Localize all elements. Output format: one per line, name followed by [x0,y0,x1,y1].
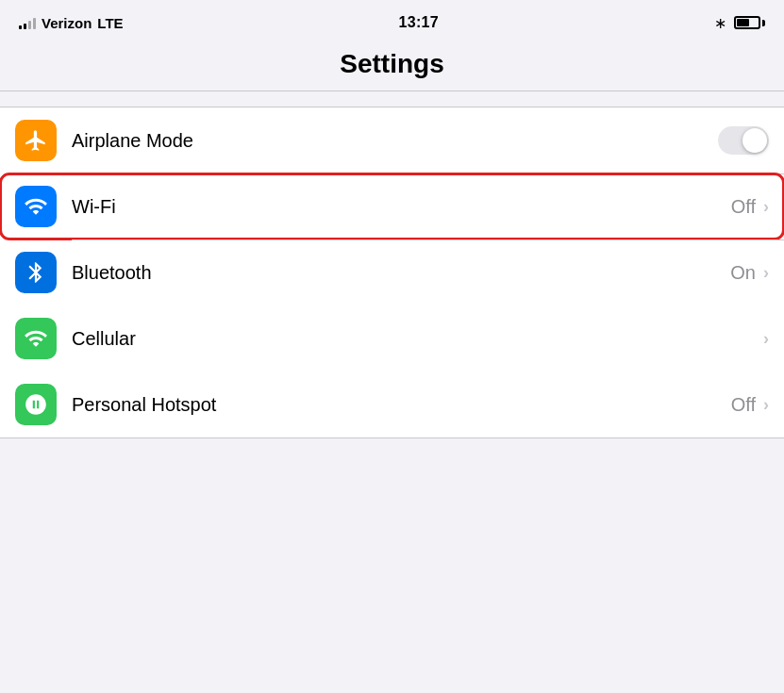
airplane-icon [24,128,48,153]
airplane-mode-icon-bg [15,120,57,161]
bluetooth-label: Bluetooth [72,262,730,284]
airplane-mode-toggle[interactable] [718,126,769,155]
page-title: Settings [19,49,765,79]
hotspot-label: Personal Hotspot [72,394,731,416]
signal-bars-icon [19,16,36,29]
network-type-label: LTE [97,15,123,31]
airplane-mode-toggle-knob [742,128,767,153]
wifi-label: Wi-Fi [72,196,731,218]
hotspot-value: Off [731,394,756,416]
carrier-label: Verizon [42,15,92,31]
bluetooth-icon: ∗ [714,14,726,32]
status-left: Verizon LTE [19,15,124,31]
cellular-icon [24,326,48,351]
airplane-mode-label: Airplane Mode [72,130,718,152]
status-bar: Verizon LTE 13:17 ∗ [0,0,784,41]
battery-fill [737,19,749,26]
wifi-chevron-icon: › [763,197,769,217]
settings-row-cellular[interactable]: Cellular › [0,305,784,371]
wifi-icon-bg [15,186,57,227]
wifi-value: Off [731,196,756,218]
bluetooth-value: On [730,262,756,284]
hotspot-chevron-icon: › [763,395,769,415]
battery-tip [762,20,765,26]
cellular-label: Cellular [72,328,756,350]
settings-row-wifi[interactable]: Wi-Fi Off › [0,173,784,239]
bluetooth-chevron-icon: › [763,263,769,283]
hotspot-icon-bg [15,384,57,425]
hotspot-icon [24,392,48,417]
bluetooth-icon [24,260,48,285]
cellular-icon-bg [15,318,57,359]
settings-row-airplane-mode[interactable]: Airplane Mode [0,107,784,173]
settings-row-hotspot[interactable]: Personal Hotspot Off › [0,371,784,437]
battery-indicator [734,16,765,29]
battery-body [734,16,760,29]
settings-row-bluetooth[interactable]: Bluetooth On › [0,239,784,305]
bluetooth-icon-bg [15,252,57,293]
clock-label: 13:17 [399,14,439,31]
wifi-icon [24,194,48,219]
cellular-chevron-icon: › [763,329,769,349]
settings-group-connectivity: Airplane Mode Wi-Fi Off › Bluetooth [0,107,784,438]
navigation-header: Settings [0,41,784,91]
settings-section: Airplane Mode Wi-Fi Off › Bluetooth [0,91,784,438]
status-right: ∗ [714,14,765,32]
